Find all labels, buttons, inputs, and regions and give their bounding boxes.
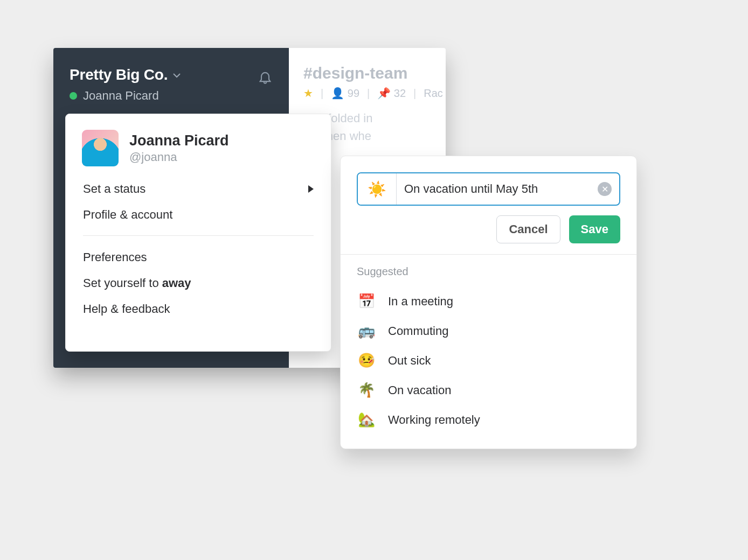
menu-separator (83, 235, 314, 236)
close-icon: ✕ (601, 184, 608, 194)
menu-item-profile-account[interactable]: Profile & account (81, 202, 316, 228)
palm-tree-icon: 🌴 (358, 382, 375, 398)
star-icon[interactable]: ★ (303, 87, 313, 100)
user-menu-name: Joanna Picard (129, 132, 229, 149)
status-text-input[interactable]: On vacation until May 5th (397, 182, 598, 196)
bus-icon: 🚌 (358, 323, 375, 339)
menu-item-set-away[interactable]: Set yourself to away (81, 270, 316, 296)
suggested-item-label: Out sick (388, 354, 431, 368)
suggested-list: 📅 In a meeting 🚌 Commuting 🤒 Out sick 🌴 … (357, 288, 620, 433)
current-user-name: Joanna Picard (83, 89, 159, 103)
user-menu-handle: @joanna (129, 150, 229, 164)
workspace-switcher[interactable]: Pretty Big Co. (70, 66, 273, 83)
suggested-item-label: Commuting (388, 324, 448, 338)
sick-face-icon: 🤒 (358, 352, 375, 369)
suggested-heading: Suggested (357, 265, 620, 278)
suggested-item-out-sick[interactable]: 🤒 Out sick (357, 347, 620, 374)
channel-name[interactable]: #design-team (303, 64, 446, 82)
menu-item-help-feedback[interactable]: Help & feedback (81, 296, 316, 322)
status-popover: ☀️ On vacation until May 5th ✕ Cancel Sa… (340, 156, 637, 449)
status-emoji-picker[interactable]: ☀️ (358, 173, 397, 205)
user-menu-popover: Joanna Picard @joanna Set a status Profi… (65, 114, 331, 352)
workspace-name: Pretty Big Co. (70, 66, 168, 83)
channel-topic-fragment: Rac (424, 87, 443, 100)
pins-count[interactable]: 📌 32 (377, 87, 406, 100)
menu-item-set-status[interactable]: Set a status (81, 176, 316, 202)
members-count[interactable]: 👤 99 (331, 87, 359, 100)
presence-active-icon (70, 92, 77, 100)
suggested-item-label: In a meeting (388, 295, 453, 309)
suggested-item-label: Working remotely (388, 413, 480, 427)
user-menu-header: Joanna Picard @joanna (66, 114, 331, 172)
status-input-field[interactable]: ☀️ On vacation until May 5th ✕ (357, 172, 620, 206)
calendar-icon: 📅 (358, 293, 375, 310)
bell-icon[interactable] (258, 69, 273, 85)
presence-line[interactable]: Joanna Picard (70, 89, 273, 103)
cancel-button[interactable]: Cancel (496, 215, 560, 243)
save-button[interactable]: Save (569, 215, 620, 243)
chevron-down-icon (173, 71, 181, 81)
arrow-right-icon (308, 185, 314, 193)
clear-status-button[interactable]: ✕ (598, 182, 612, 196)
person-icon: 👤 (331, 87, 344, 99)
house-icon: 🏡 (358, 411, 375, 428)
suggested-item-remote[interactable]: 🏡 Working remotely (357, 406, 620, 433)
suggested-item-meeting[interactable]: 📅 In a meeting (357, 288, 620, 315)
suggested-item-label: On vacation (388, 383, 451, 397)
pin-icon: 📌 (377, 87, 391, 99)
channel-meta: ★ | 👤 99 | 📌 32 | Rac (303, 87, 446, 100)
suggested-item-commuting[interactable]: 🚌 Commuting (357, 317, 620, 345)
avatar[interactable] (82, 130, 119, 166)
menu-item-preferences[interactable]: Preferences (81, 244, 316, 270)
suggested-item-vacation[interactable]: 🌴 On vacation (357, 376, 620, 404)
sun-icon: ☀️ (368, 180, 386, 198)
